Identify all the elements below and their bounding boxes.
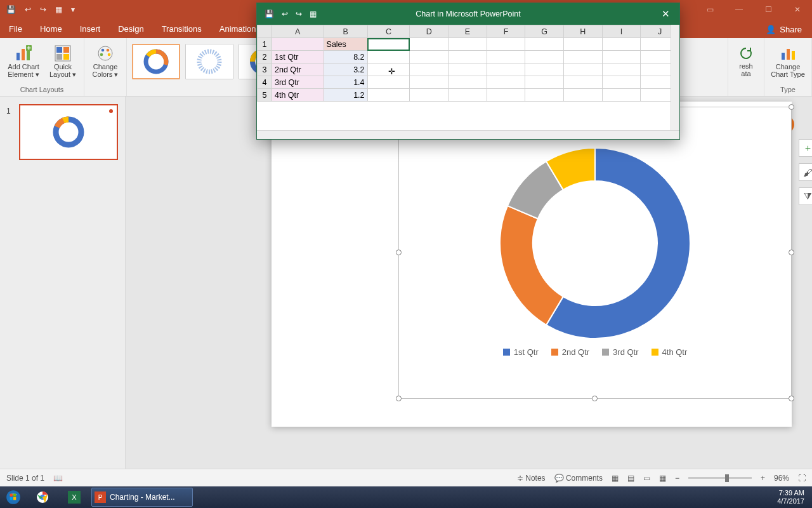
excel-table-icon[interactable]: ▦ <box>310 10 317 18</box>
col-C[interactable]: C <box>367 25 410 38</box>
col-I[interactable]: I <box>602 25 641 38</box>
cell-A3[interactable]: 2nd Qtr <box>272 64 324 76</box>
tab-design[interactable]: Design <box>109 20 152 38</box>
svg-rect-21 <box>792 51 795 60</box>
cell-A1[interactable] <box>272 38 324 51</box>
svg-rect-24 <box>10 494 13 497</box>
col-F[interactable]: F <box>487 25 525 38</box>
cell-B5[interactable]: 1.2 <box>324 89 367 102</box>
undo-icon[interactable]: ↩ <box>25 5 31 14</box>
slide-counter: Slide 1 of 1 <box>6 474 44 483</box>
plus-icon: ＋ <box>803 142 813 154</box>
change-colors-label: Change Colors ▾ <box>89 63 121 78</box>
row-3[interactable]: 3 <box>258 64 272 76</box>
change-colors-button[interactable]: Change Colors ▾ <box>89 45 121 78</box>
col-D[interactable]: D <box>410 25 449 38</box>
tab-home[interactable]: Home <box>31 20 71 38</box>
notes-toggle[interactable]: ≑ Notes <box>517 474 546 483</box>
chart-filters-button[interactable]: ⧩ <box>799 187 812 205</box>
excel-save-icon[interactable]: 💾 <box>265 10 274 18</box>
col-E[interactable]: E <box>449 25 487 38</box>
qat-more-icon[interactable]: ▾ <box>71 5 75 14</box>
excel-undo-icon[interactable]: ↩ <box>282 10 288 18</box>
share-label: Share <box>780 25 802 34</box>
taskbar-clock[interactable]: 7:39 AM 4/7/2017 <box>777 489 812 505</box>
svg-rect-7 <box>56 47 62 53</box>
cell-B4[interactable]: 1.4 <box>324 76 367 89</box>
svg-point-12 <box>102 49 105 52</box>
row-2[interactable]: 2 <box>258 51 272 64</box>
excel-vscroll[interactable] <box>671 25 679 130</box>
svg-point-13 <box>107 49 110 52</box>
col-G[interactable]: G <box>525 25 564 38</box>
svg-rect-9 <box>56 54 62 60</box>
fit-window-icon[interactable]: ⛶ <box>798 474 806 483</box>
chart-data-window[interactable]: 💾 ↩ ↪ ▦ Chart in Microsoft PowerPoint ✕ … <box>256 3 680 140</box>
group-label-chart-layouts: Chart Layouts <box>20 86 63 95</box>
col-H[interactable]: H <box>564 25 603 38</box>
row-4[interactable]: 4 <box>258 76 272 89</box>
chart-elements-button[interactable]: ＋ <box>799 139 812 157</box>
spellcheck-icon[interactable]: 📖 <box>53 474 63 483</box>
cell-A5[interactable]: 4th Qtr <box>272 89 324 102</box>
minimize-icon[interactable]: — <box>724 0 754 19</box>
view-slideshow-icon[interactable]: ▦ <box>659 474 666 483</box>
donut-chart[interactable] <box>499 147 691 340</box>
slide-canvas-area[interactable]: 1 ＋ 🖌 ⧩ Sales <box>126 97 812 469</box>
taskbar-chrome[interactable] <box>28 488 57 507</box>
excel-redo-icon[interactable]: ↪ <box>296 10 302 18</box>
change-chart-type-button[interactable]: Change Chart Type <box>769 45 806 78</box>
share-button[interactable]: 👤 Share <box>759 22 812 38</box>
taskbar-excel[interactable]: X <box>60 488 89 507</box>
refresh-data-button[interactable]: reshata <box>733 46 759 77</box>
taskbar-powerpoint-active[interactable]: P Charting - Market... <box>91 488 193 507</box>
cell-A2[interactable]: 1st Qtr <box>272 51 324 64</box>
tab-file[interactable]: File <box>0 20 31 38</box>
cell-B3[interactable]: 3.2 <box>324 64 367 76</box>
row-1[interactable]: 1 <box>258 38 272 51</box>
start-button[interactable] <box>0 486 27 508</box>
chart-styles-button[interactable]: 🖌 <box>799 163 812 181</box>
excel-hscroll[interactable] <box>257 130 679 139</box>
cell-B1[interactable]: Sales <box>324 38 367 51</box>
zoom-value[interactable]: 96% <box>774 474 789 483</box>
view-normal-icon[interactable]: ▦ <box>612 474 619 483</box>
close-icon[interactable]: ✕ <box>783 0 812 19</box>
excel-window-title: Chart in Microsoft PowerPoint <box>416 10 520 18</box>
maximize-icon[interactable]: ☐ <box>754 0 783 19</box>
view-reading-icon[interactable]: ▭ <box>643 474 650 483</box>
col-B[interactable]: B <box>324 25 367 38</box>
chart-selection[interactable]: ＋ 🖌 ⧩ Sales 1st Qtr 2nd Qtr 3rd Qtr 4th … <box>398 107 792 399</box>
brush-icon: 🖌 <box>803 167 813 178</box>
excel-grid[interactable]: A B C D E F G H I J 1Sales 21st Qtr8.2 3… <box>257 25 679 130</box>
taskbar-app-label: Charting - Market... <box>110 493 175 502</box>
add-chart-element-button[interactable]: Add Chart Element ▾ <box>5 45 42 78</box>
comments-toggle[interactable]: 💬 Comments <box>554 474 603 483</box>
slide-thumb-1[interactable] <box>19 104 118 160</box>
chart-style-1[interactable] <box>132 44 180 79</box>
ribbon-options-icon[interactable]: ▭ <box>695 0 724 19</box>
save-icon[interactable]: 💾 <box>6 5 16 14</box>
slide: ＋ 🖌 ⧩ Sales 1st Qtr 2nd Qtr 3rd Qtr 4th … <box>272 102 792 427</box>
col-A[interactable]: A <box>272 25 324 38</box>
zoom-slider[interactable] <box>688 477 752 479</box>
cell-A4[interactable]: 3rd Qtr <box>272 76 324 89</box>
svg-point-15 <box>100 53 103 57</box>
chart-style-2[interactable] <box>185 44 233 79</box>
tab-insert[interactable]: Insert <box>71 20 110 38</box>
row-5[interactable]: 5 <box>258 89 272 102</box>
svg-text:X: X <box>72 493 77 501</box>
svg-rect-25 <box>13 494 16 497</box>
tab-transitions[interactable]: Transitions <box>153 20 211 38</box>
cell-C1[interactable] <box>367 38 410 51</box>
slideshow-icon[interactable]: ▦ <box>55 5 62 14</box>
cell-B2[interactable]: 8.2 <box>324 51 367 64</box>
excel-close-button[interactable]: ✕ <box>652 3 679 25</box>
redo-icon[interactable]: ↪ <box>40 5 46 14</box>
excel-titlebar[interactable]: 💾 ↩ ↪ ▦ Chart in Microsoft PowerPoint ✕ <box>257 3 679 25</box>
view-sorter-icon[interactable]: ▤ <box>627 474 634 483</box>
zoom-out-icon[interactable]: − <box>675 474 679 483</box>
zoom-in-icon[interactable]: + <box>761 474 765 483</box>
share-icon: 👤 <box>766 25 776 34</box>
quick-layout-button[interactable]: Quick Layout ▾ <box>47 45 79 78</box>
